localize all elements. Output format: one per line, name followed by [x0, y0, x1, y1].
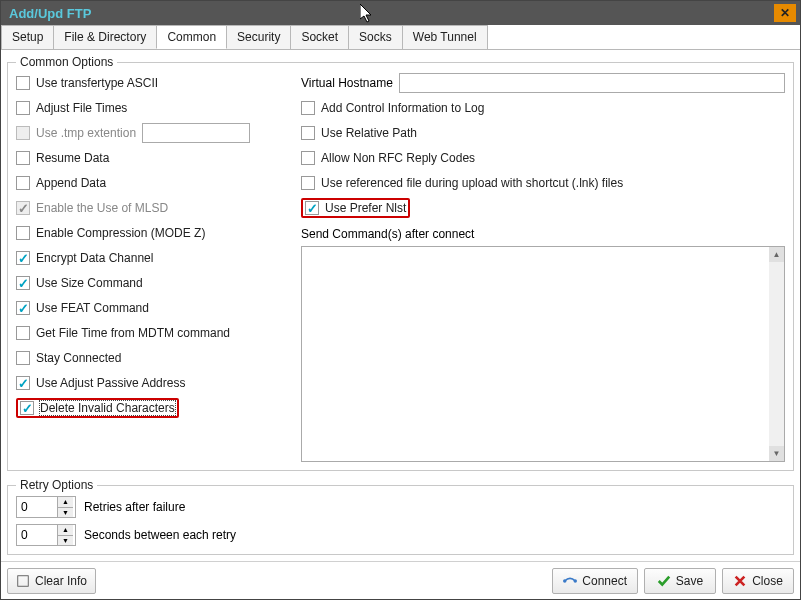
- lbl-resume-data: Resume Data: [36, 151, 109, 165]
- chk-stay-connected[interactable]: [16, 351, 30, 365]
- clear-info-label: Clear Info: [35, 574, 87, 588]
- lbl-encrypt-data-channel: Encrypt Data Channel: [36, 251, 153, 265]
- chk-transfertype-ascii[interactable]: [16, 76, 30, 90]
- tab-content: Common Options Use transfertype ASCII Ad…: [1, 50, 800, 561]
- lbl-append-data: Append Data: [36, 176, 106, 190]
- spin-up-icon[interactable]: ▲: [57, 497, 73, 508]
- chk-use-relative-path[interactable]: [301, 126, 315, 140]
- footer-bar: Clear Info Connect Save Close: [1, 561, 800, 599]
- tab-setup[interactable]: Setup: [1, 25, 54, 49]
- chk-enable-compression[interactable]: [16, 226, 30, 240]
- window: Add/Upd FTP ✕ Setup File & Directory Com…: [0, 0, 801, 600]
- connect-icon: [563, 574, 577, 588]
- chk-append-data[interactable]: [16, 176, 30, 190]
- lbl-use-prefer-nlst: Use Prefer Nlst: [325, 201, 406, 215]
- clear-info-button[interactable]: Clear Info: [7, 568, 96, 594]
- tab-security[interactable]: Security: [226, 25, 291, 49]
- spin-down-icon[interactable]: ▼: [57, 536, 73, 546]
- tab-socket[interactable]: Socket: [290, 25, 349, 49]
- lbl-allow-non-rfc: Allow Non RFC Reply Codes: [321, 151, 475, 165]
- lbl-tmp-extension: Use .tmp extention: [36, 126, 136, 140]
- group-common-options: Common Options Use transfertype ASCII Ad…: [7, 62, 794, 471]
- chk-get-file-time-mdtm[interactable]: [16, 326, 30, 340]
- scrollbar[interactable]: ▲ ▼: [769, 247, 784, 461]
- lbl-use-referenced-file: Use referenced file during upload with s…: [321, 176, 623, 190]
- chk-use-feat-command[interactable]: ✓: [16, 301, 30, 315]
- svg-point-2: [574, 579, 578, 583]
- common-right-column: Virtual Hostname Add Control Information…: [301, 71, 785, 462]
- connect-label: Connect: [582, 574, 627, 588]
- lbl-adjust-passive-address: Use Adjust Passive Address: [36, 376, 185, 390]
- svg-rect-0: [18, 575, 29, 586]
- chk-allow-non-rfc[interactable]: [301, 151, 315, 165]
- tab-file-directory[interactable]: File & Directory: [53, 25, 157, 49]
- lbl-enable-mlsd: Enable the Use of MLSD: [36, 201, 168, 215]
- common-left-column: Use transfertype ASCII Adjust File Times…: [16, 71, 291, 462]
- spin-seconds-between-retry[interactable]: ▲▼: [16, 524, 76, 546]
- textarea-send-command-wrap: ▲ ▼: [301, 246, 785, 462]
- chk-use-prefer-nlst[interactable]: ✓: [305, 201, 319, 215]
- chk-use-referenced-file[interactable]: [301, 176, 315, 190]
- input-seconds[interactable]: [17, 525, 57, 545]
- lbl-use-feat-command: Use FEAT Command: [36, 301, 149, 315]
- group-retry-options: Retry Options ▲▼ Retries after failure ▲…: [7, 485, 794, 555]
- save-label: Save: [676, 574, 703, 588]
- spin-up-icon[interactable]: ▲: [57, 525, 73, 536]
- close-icon: ✕: [780, 6, 790, 20]
- highlight-use-prefer-nlst: ✓ Use Prefer Nlst: [301, 198, 410, 218]
- input-tmp-extension[interactable]: [142, 123, 250, 143]
- close-label: Close: [752, 574, 783, 588]
- textarea-send-command[interactable]: [302, 247, 769, 461]
- tab-web-tunnel[interactable]: Web Tunnel: [402, 25, 488, 49]
- lbl-adjust-file-times: Adjust File Times: [36, 101, 127, 115]
- chk-enable-mlsd: ✓: [16, 201, 30, 215]
- chk-use-size-command[interactable]: ✓: [16, 276, 30, 290]
- lbl-enable-compression: Enable Compression (MODE Z): [36, 226, 205, 240]
- lbl-get-file-time-mdtm: Get File Time from MDTM command: [36, 326, 230, 340]
- lbl-retries: Retries after failure: [84, 500, 185, 514]
- lbl-delete-invalid-chars: Delete Invalid Characters: [40, 401, 175, 415]
- close-button[interactable]: Close: [722, 568, 794, 594]
- lbl-virtual-hostname: Virtual Hostname: [301, 76, 393, 90]
- chk-delete-invalid-chars[interactable]: ✓: [20, 401, 34, 415]
- window-close-button[interactable]: ✕: [774, 4, 796, 22]
- scroll-down-icon[interactable]: ▼: [769, 446, 784, 461]
- close-icon: [733, 574, 747, 588]
- scroll-up-icon[interactable]: ▲: [769, 247, 784, 262]
- save-button[interactable]: Save: [644, 568, 716, 594]
- connect-button[interactable]: Connect: [552, 568, 638, 594]
- lbl-use-size-command: Use Size Command: [36, 276, 143, 290]
- tab-common[interactable]: Common: [156, 25, 227, 49]
- svg-point-1: [563, 579, 567, 583]
- spin-down-icon[interactable]: ▼: [57, 508, 73, 518]
- chk-adjust-file-times[interactable]: [16, 101, 30, 115]
- lbl-transfertype-ascii: Use transfertype ASCII: [36, 76, 158, 90]
- chk-encrypt-data-channel[interactable]: ✓: [16, 251, 30, 265]
- input-retries[interactable]: [17, 497, 57, 517]
- input-virtual-hostname[interactable]: [399, 73, 785, 93]
- lbl-add-control-log: Add Control Information to Log: [321, 101, 484, 115]
- chk-resume-data[interactable]: [16, 151, 30, 165]
- titlebar: Add/Upd FTP ✕: [1, 1, 800, 25]
- group-title-common: Common Options: [16, 55, 117, 69]
- group-title-retry: Retry Options: [16, 478, 97, 492]
- window-title: Add/Upd FTP: [5, 6, 774, 21]
- chk-adjust-passive-address[interactable]: ✓: [16, 376, 30, 390]
- highlight-delete-invalid-chars: ✓ Delete Invalid Characters: [16, 398, 179, 418]
- lbl-stay-connected: Stay Connected: [36, 351, 121, 365]
- spin-retries-after-failure[interactable]: ▲▼: [16, 496, 76, 518]
- lbl-send-command: Send Command(s) after connect: [301, 227, 785, 241]
- chk-tmp-extension: [16, 126, 30, 140]
- lbl-seconds: Seconds between each retry: [84, 528, 236, 542]
- save-icon: [657, 574, 671, 588]
- tab-socks[interactable]: Socks: [348, 25, 403, 49]
- tab-bar: Setup File & Directory Common Security S…: [1, 25, 800, 50]
- clear-icon: [16, 574, 30, 588]
- lbl-use-relative-path: Use Relative Path: [321, 126, 417, 140]
- chk-add-control-log[interactable]: [301, 101, 315, 115]
